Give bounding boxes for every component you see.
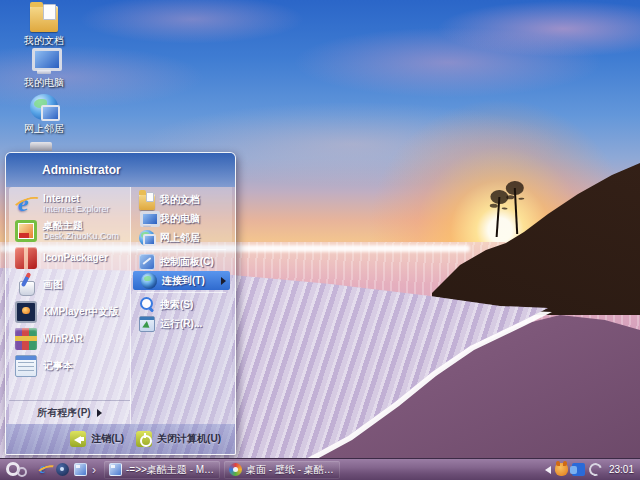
my-computer-icon bbox=[30, 48, 58, 74]
internet-explorer-icon bbox=[15, 193, 37, 215]
desktop-icon-network-places[interactable]: 网上邻居 bbox=[10, 94, 78, 135]
start-menu-places-column: 我的文档 我的电脑 网上邻居 控制面板(C) 连接到(T) bbox=[131, 187, 232, 424]
menu-separator bbox=[137, 292, 226, 293]
control-panel-icon bbox=[139, 254, 155, 270]
blue-window-icon bbox=[109, 463, 122, 476]
kmplayer-icon bbox=[15, 301, 37, 323]
taskbar: -=>>桌酷主题 - Mic... 桌面 - 壁纸 - 桌酷壁... 23:01 bbox=[0, 458, 640, 480]
zhuoku-rings-logo bbox=[17, 467, 27, 477]
connect-to-globe-icon bbox=[141, 273, 157, 289]
menu-item-notepad[interactable]: 记事本 bbox=[9, 352, 130, 379]
tray-input-swirl-icon[interactable] bbox=[587, 461, 604, 478]
menu-item-label: 网上邻居 bbox=[160, 231, 200, 245]
all-programs-label: 所有程序(P) bbox=[37, 406, 90, 420]
submenu-arrow-icon bbox=[221, 277, 226, 285]
menu-item-label: 我的文档 bbox=[160, 193, 200, 207]
user-name: Administrator bbox=[42, 163, 121, 177]
turn-off-computer-icon bbox=[136, 431, 152, 447]
menu-item-my-documents[interactable]: 我的文档 bbox=[131, 190, 232, 209]
desktop-icon-label: 我的电脑 bbox=[24, 77, 64, 89]
winrar-icon bbox=[15, 328, 37, 350]
menu-item-label: 控制面板(C) bbox=[160, 255, 214, 269]
start-menu: Administrator Internet Internet Explorer… bbox=[5, 152, 236, 455]
menu-item-title: KMPlayer中文版 bbox=[43, 306, 119, 317]
quick-launch-overflow-chevron-icon[interactable] bbox=[92, 464, 96, 476]
menu-item-iconpackager[interactable]: IconPackager bbox=[9, 244, 130, 271]
tray-puzzle-icon[interactable] bbox=[572, 463, 585, 476]
search-icon bbox=[139, 297, 155, 313]
run-icon bbox=[139, 316, 155, 332]
menu-separator bbox=[137, 249, 226, 250]
menu-item-subtitle: Desk.ZhuoKu.Com bbox=[43, 231, 119, 242]
menu-item-internet[interactable]: Internet Internet Explorer bbox=[9, 190, 130, 217]
partially-hidden-desktop-icon[interactable] bbox=[30, 142, 52, 151]
menu-item-connect-to[interactable]: 连接到(T) bbox=[133, 271, 230, 290]
task-button-label: 桌面 - 壁纸 - 桌酷壁... bbox=[246, 463, 335, 477]
my-computer-icon bbox=[139, 211, 155, 227]
menu-item-network-places[interactable]: 网上邻居 bbox=[131, 228, 232, 247]
menu-item-title: 桌酷主题 bbox=[43, 220, 119, 231]
menu-item-title: 画图 bbox=[43, 279, 63, 290]
my-documents-folder-icon bbox=[139, 194, 155, 210]
start-menu-footer: 注销(L) 关闭计算机(U) bbox=[6, 424, 235, 454]
turn-off-computer-label: 关闭计算机(U) bbox=[157, 432, 221, 446]
menu-item-kmplayer[interactable]: KMPlayer中文版 bbox=[9, 298, 130, 325]
desktop-root: 我的文档 我的电脑 网上邻居 Administrator Internet In… bbox=[0, 0, 640, 480]
navy-app-icon[interactable] bbox=[56, 463, 69, 476]
task-button-wallpaper-page[interactable]: 桌面 - 壁纸 - 桌酷壁... bbox=[224, 461, 340, 479]
tray-collapse-chevron-icon[interactable] bbox=[545, 466, 551, 474]
network-places-icon bbox=[30, 94, 58, 120]
system-tray: 23:01 bbox=[545, 463, 640, 476]
colorful-pinwheel-icon bbox=[229, 463, 242, 476]
network-places-icon bbox=[139, 230, 155, 246]
turn-off-computer-button[interactable]: 关闭计算机(U) bbox=[136, 431, 221, 447]
start-button[interactable] bbox=[0, 459, 36, 480]
menu-item-title: 记事本 bbox=[43, 360, 73, 371]
notepad-icon bbox=[15, 355, 37, 377]
menu-item-label: 运行(R)... bbox=[160, 317, 202, 331]
paint-icon bbox=[15, 274, 37, 296]
menu-item-label: 我的电脑 bbox=[160, 212, 200, 226]
menu-item-paint[interactable]: 画图 bbox=[9, 271, 130, 298]
menu-item-control-panel[interactable]: 控制面板(C) bbox=[131, 252, 232, 271]
desktop-icon-my-computer[interactable]: 我的电脑 bbox=[10, 48, 78, 89]
tray-pet-icon[interactable] bbox=[555, 463, 568, 476]
task-button-label: -=>>桌酷主题 - Mic... bbox=[126, 463, 215, 477]
menu-item-search[interactable]: 搜索(S) bbox=[131, 295, 232, 314]
menu-item-my-computer[interactable]: 我的电脑 bbox=[131, 209, 232, 228]
start-menu-body: Internet Internet Explorer 桌酷主题 Desk.Zhu… bbox=[9, 187, 232, 424]
task-button-zhuoku-theme[interactable]: -=>>桌酷主题 - Mic... bbox=[104, 461, 220, 479]
taskbar-clock[interactable]: 23:01 bbox=[609, 464, 634, 475]
start-menu-header: Administrator bbox=[6, 153, 235, 187]
quick-launch-bar bbox=[36, 463, 102, 476]
menu-item-subtitle: Internet Explorer bbox=[43, 204, 110, 215]
menu-item-title: WinRAR bbox=[43, 333, 83, 344]
start-menu-pinned-column: Internet Internet Explorer 桌酷主题 Desk.Zhu… bbox=[9, 187, 131, 424]
menu-item-title: Internet bbox=[43, 193, 110, 204]
desktop-icon-my-documents[interactable]: 我的文档 bbox=[10, 2, 78, 47]
iconpackager-icon bbox=[15, 247, 37, 269]
log-off-icon bbox=[70, 431, 86, 447]
desktop-icon-label: 网上邻居 bbox=[24, 123, 64, 135]
all-programs-button[interactable]: 所有程序(P) bbox=[9, 400, 130, 424]
menu-item-run[interactable]: 运行(R)... bbox=[131, 314, 232, 333]
zhuoku-theme-icon bbox=[15, 220, 37, 242]
menu-item-zhuoku-theme[interactable]: 桌酷主题 Desk.ZhuoKu.Com bbox=[9, 217, 130, 244]
menu-item-title: IconPackager bbox=[43, 252, 108, 263]
log-off-button[interactable]: 注销(L) bbox=[70, 431, 124, 447]
menu-item-winrar[interactable]: WinRAR bbox=[9, 325, 130, 352]
blue-window-icon[interactable] bbox=[74, 463, 87, 476]
internet-explorer-icon[interactable] bbox=[38, 463, 51, 476]
menu-item-label: 连接到(T) bbox=[162, 274, 205, 288]
log-off-label: 注销(L) bbox=[91, 432, 124, 446]
desktop-icon-label: 我的文档 bbox=[24, 35, 64, 47]
menu-item-label: 搜索(S) bbox=[160, 298, 193, 312]
submenu-arrow-icon bbox=[97, 409, 102, 417]
my-documents-folder-icon bbox=[30, 6, 58, 32]
